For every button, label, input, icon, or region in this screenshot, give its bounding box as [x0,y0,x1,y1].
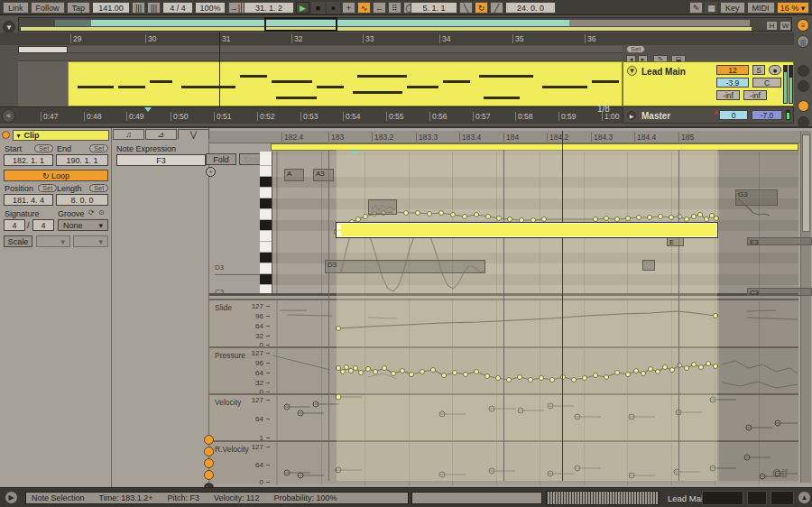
send-b-level[interactable]: -inf [743,90,767,100]
back-to-arrangement-button[interactable]: ← [373,2,386,14]
key-map-button[interactable]: Key [720,2,745,14]
play-button[interactable]: ▶ [296,2,309,14]
black-key[interactable] [260,253,272,263]
cpu-meter[interactable]: 16 % ▾ [777,2,809,14]
show-detail-view-button[interactable]: ▲ [798,491,811,504]
mixer-sections-button[interactable]: ||| [797,35,809,48]
black-key[interactable] [260,177,272,188]
white-key[interactable] [260,231,272,242]
master-volume[interactable]: 0 [719,110,748,120]
loop-button[interactable]: ↻ Loop [4,170,108,181]
tap-tempo-button[interactable]: Tap [67,2,91,14]
white-key[interactable] [260,209,272,220]
punch-in-icon[interactable]: ╲ [459,2,473,14]
track-header-lead-main[interactable]: ▼ Lead Main 12 S ● -3.9 C -inf -inf [623,61,794,106]
overview-menu-button[interactable]: ≡ [797,19,809,32]
midi-clip-lead-main[interactable] [68,61,623,106]
device-chain-thumbnail[interactable] [702,491,743,505]
master-fold-button[interactable]: ▶ [627,111,636,120]
white-key[interactable] [260,166,272,177]
set-start-button[interactable]: Set [34,144,53,152]
expression-lane-toggle[interactable] [204,470,214,480]
locator-marker-icon[interactable] [144,107,152,112]
midi-overdub-button[interactable]: ∿ [357,2,371,14]
ghost-note[interactable] [642,260,655,271]
midi-map-button[interactable]: MIDI [747,2,775,14]
lane-slide[interactable]: Slide1279664320 [209,299,798,346]
groove-amount-field[interactable]: 100% [195,2,226,14]
track-header-master[interactable]: ▶ Master 0 -7.0 [623,106,794,124]
ghost-note[interactable]: D3 [325,260,485,273]
lane-pressure[interactable]: Pressure1279664320 [209,346,798,393]
scale-button[interactable]: Scale [4,235,32,247]
nudge-up-icon[interactable]: ||| [147,2,161,14]
collapsed-clip[interactable] [18,46,68,53]
nudge-down-icon[interactable]: ||| [132,2,145,14]
time-warp-icon[interactable]: ≈ [2,109,15,123]
link-button[interactable]: Link [3,2,29,14]
clip-position-field[interactable]: 181. 4. 4 [4,194,53,206]
clip-title-bar[interactable]: ▼ Clip [13,130,109,141]
loop-length-field[interactable]: 24. 0. 0 [505,2,556,14]
lane-r-velocity[interactable]: R.Velocity127640 [209,440,798,484]
time-signature-field[interactable]: 4 / 4 [162,2,193,14]
track-volume[interactable]: -3.9 [716,78,749,88]
ghost-note[interactable]: C3 [747,288,812,296]
ghost-note[interactable]: A3 [313,169,334,181]
set-length-button[interactable]: Set [89,184,108,192]
punch-out-icon[interactable]: ╱ [490,2,503,14]
device-chain-thumbnail[interactable] [770,491,794,505]
tempo-field[interactable]: 141.00 [92,2,130,14]
ghost-note[interactable]: E3 [747,237,812,245]
clip-end-field[interactable]: 190. 1. 1 [56,154,108,166]
groove-select[interactable]: None▾ [58,219,108,231]
arm-button[interactable]: ● [769,65,781,75]
set-position-button[interactable]: Set [38,184,57,192]
optimize-width-button[interactable]: W [780,21,791,31]
ghost-note[interactable] [368,199,397,215]
piano-keys[interactable] [260,152,272,295]
follow-playhead-icon[interactable]: →| [228,2,242,14]
black-key[interactable] [260,198,272,209]
stop-button[interactable]: ■ [311,2,325,14]
collapsed-track-lane[interactable] [18,54,623,61]
mixer-section-toggle[interactable] [798,100,809,112]
set-end-button[interactable]: Set [89,144,108,152]
note-resize-handle[interactable] [337,225,341,229]
beat-time-ruler[interactable]: 2930313233343536 [0,32,794,45]
expression-pitch-field[interactable]: F3 [116,154,206,166]
master-pan[interactable]: -7.0 [752,110,782,120]
groove-hotswap-icon[interactable]: ⊙ [98,208,105,217]
expression-lane-toggle[interactable] [204,435,214,445]
selected-note[interactable] [337,223,717,237]
draw-mode-button[interactable]: ✎ [689,2,703,14]
record-button[interactable]: ● [327,2,340,14]
lane-velocity[interactable]: Velocity127641 [209,393,798,440]
follow-button[interactable]: Follow [31,2,65,14]
send-a-level[interactable]: -inf [716,90,740,100]
scale-root-select[interactable]: ▾ [36,235,70,247]
signature-denominator-field[interactable]: 4 [32,219,54,231]
expression-lane-toggle[interactable] [204,458,214,468]
device-chain-thumbnail[interactable] [747,491,767,505]
editor-beat-ruler[interactable]: 182.4183183.2183.3183.4184184.2184.3184.… [209,131,800,143]
track-pan[interactable]: C [752,78,781,88]
computer-midi-keyboard-button[interactable]: ▦ [705,2,718,14]
clip-overview-thumbnail[interactable] [546,491,660,505]
white-key[interactable] [260,188,272,198]
vertical-scrollbar[interactable] [800,131,811,483]
loop-switch[interactable]: ↻ [475,2,488,14]
scale-name-select[interactable]: ▾ [73,235,108,247]
collapsed-track-lane[interactable] [18,46,623,53]
white-key[interactable] [260,242,272,253]
arrangement-overview[interactable] [18,17,792,32]
overview-viewport-rect[interactable] [264,17,337,32]
white-key[interactable] [260,155,272,166]
tab-note-expression[interactable]: ⋁ [178,129,209,140]
loop-brace[interactable] [271,143,798,151]
scrollbar-thumb[interactable] [802,134,810,232]
tab-envelopes[interactable]: ⊿ [145,129,177,140]
optimize-height-button[interactable]: H [766,21,778,31]
set-loop-button[interactable]: Set [626,45,645,53]
track-lane-empty[interactable] [18,61,68,106]
